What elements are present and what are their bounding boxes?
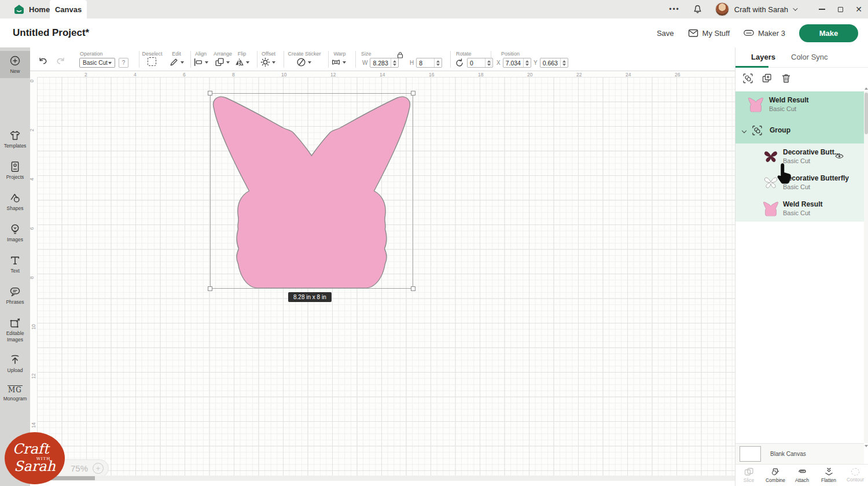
account-name[interactable]: Craft with Sarah xyxy=(734,5,788,14)
layer-row-weld-result-top[interactable]: Weld Result Basic Cut xyxy=(735,91,864,117)
sidebar-item-shapes[interactable]: Shapes xyxy=(0,192,30,212)
select-all-layers-icon[interactable] xyxy=(742,73,753,84)
shapes-icon xyxy=(9,192,21,204)
selection-bounding-box[interactable] xyxy=(210,93,413,289)
y-axis-label: Y xyxy=(534,60,538,66)
sidebar-item-upload[interactable]: Upload xyxy=(0,354,30,374)
create-sticker-button[interactable] xyxy=(296,57,311,67)
canvas-color-swatch[interactable] xyxy=(740,446,761,462)
sidebar-item-monogram[interactable]: MG Monogram xyxy=(0,385,30,402)
hand-cursor xyxy=(776,161,793,187)
layer-row-group[interactable]: Group xyxy=(735,117,864,143)
blank-canvas-row: Blank Canvas xyxy=(735,443,864,464)
home-icon xyxy=(14,4,24,14)
tab-layers[interactable]: Layers xyxy=(751,53,775,61)
sidebar-label-monogram: Monogram xyxy=(3,396,27,402)
y-stepper[interactable] xyxy=(560,58,568,67)
slice-button[interactable]: Slice xyxy=(735,465,762,486)
width-stepper[interactable] xyxy=(391,58,398,67)
sidebar-item-templates[interactable]: Templates xyxy=(0,130,30,149)
ruler-number: 26 xyxy=(675,72,680,78)
layer-row-decorative-butterfly-1[interactable]: Decorative Butt... Basic Cut xyxy=(735,143,864,170)
scroll-up-arrow-icon[interactable] xyxy=(865,87,868,90)
edit-button[interactable] xyxy=(169,57,184,67)
align-button[interactable] xyxy=(193,57,208,67)
height-input[interactable]: 8 xyxy=(416,58,442,68)
resize-handle-bottom-left[interactable] xyxy=(208,286,212,291)
width-input[interactable]: 8.283 xyxy=(370,58,398,68)
vertical-scroll-thumb[interactable] xyxy=(865,93,868,134)
attach-button[interactable]: Attach xyxy=(789,465,815,486)
zoom-level: 75% xyxy=(71,463,88,473)
machine-selector[interactable]: Maker 3 xyxy=(744,28,785,38)
sidebar-item-new[interactable]: New xyxy=(0,51,30,78)
rotate-icon[interactable] xyxy=(455,58,464,68)
ruler-number: 4 xyxy=(30,178,35,181)
images-icon xyxy=(9,223,21,235)
tab-color-sync[interactable]: Color Sync xyxy=(791,53,828,61)
x-position-input[interactable]: 7.034 xyxy=(503,58,531,68)
flip-button[interactable] xyxy=(234,57,249,67)
logo-line1: Craft xyxy=(13,443,49,456)
sidebar-item-phrases[interactable]: Phrases xyxy=(0,286,30,305)
active-tab-underline xyxy=(735,66,768,68)
rotate-input[interactable]: 0 xyxy=(467,58,493,68)
resize-handle-top-left[interactable] xyxy=(208,91,212,95)
layers-vertical-scrollbar[interactable] xyxy=(864,91,868,443)
flatten-button[interactable]: Flatten xyxy=(815,465,842,486)
minimize-icon xyxy=(819,9,825,10)
height-stepper[interactable] xyxy=(434,58,442,67)
account-chevron-down-icon[interactable] xyxy=(793,6,797,10)
ruler-number: 8 xyxy=(232,72,235,78)
tab-canvas[interactable]: Canvas xyxy=(50,0,87,19)
notifications-bell-icon[interactable] xyxy=(693,5,703,14)
redo-button[interactable] xyxy=(56,56,65,66)
delete-layer-icon[interactable] xyxy=(781,73,792,84)
make-button[interactable]: Make xyxy=(799,24,858,42)
offset-button[interactable] xyxy=(260,57,275,67)
x-stepper[interactable] xyxy=(523,58,531,67)
window-close-button[interactable]: ✕ xyxy=(849,0,868,19)
warp-button[interactable] xyxy=(331,57,346,67)
arrange-button[interactable] xyxy=(215,57,230,67)
machine-label: Maker 3 xyxy=(758,29,785,38)
scroll-down-arrow-icon[interactable] xyxy=(865,445,868,447)
layer-row-decorative-butterfly-2[interactable]: Decorative Butterfly Basic Cut xyxy=(735,170,864,196)
sidebar-item-editable-images[interactable]: Editable Images xyxy=(0,317,30,343)
deselect-button[interactable] xyxy=(148,57,156,66)
design-canvas[interactable]: 2468101214161820222426 02468101214 8.28 … xyxy=(30,71,735,481)
layer-row-weld-result-child[interactable]: Weld Result Basic Cut xyxy=(735,196,864,222)
user-avatar[interactable] xyxy=(715,2,729,16)
undo-button[interactable] xyxy=(38,56,48,66)
sidebar-item-projects[interactable]: Projects xyxy=(0,161,30,181)
window-minimize-button[interactable] xyxy=(812,0,831,19)
combine-icon xyxy=(771,467,781,476)
arrange-label: Arrange xyxy=(211,51,235,57)
visibility-eye-icon[interactable] xyxy=(835,153,844,160)
horizontal-scrollbar[interactable] xyxy=(30,476,735,481)
rotate-stepper[interactable] xyxy=(485,58,492,67)
group-expand-chevron-icon[interactable] xyxy=(742,128,746,132)
sidebar-label-shapes: Shapes xyxy=(7,205,24,212)
sidebar-item-text[interactable]: Text xyxy=(0,255,30,274)
flatten-icon xyxy=(824,467,834,476)
size-lock-icon[interactable] xyxy=(397,51,403,58)
slice-label: Slice xyxy=(744,477,754,483)
contour-button[interactable]: Contour xyxy=(842,465,868,486)
y-position-input[interactable]: 0.663 xyxy=(540,58,568,68)
ruler-number: 14 xyxy=(380,72,385,78)
more-menu-button[interactable]: ••• xyxy=(669,5,680,13)
save-button[interactable]: Save xyxy=(657,29,674,38)
sidebar-item-images[interactable]: Images xyxy=(0,223,30,243)
zoom-in-button[interactable]: + xyxy=(93,463,104,474)
home-tab-label: Home xyxy=(29,5,50,14)
resize-handle-top-right[interactable] xyxy=(411,91,415,95)
window-maximize-button[interactable] xyxy=(831,0,849,19)
operation-help-button[interactable]: ? xyxy=(119,58,128,68)
operation-dropdown[interactable]: Basic Cut xyxy=(79,58,115,68)
duplicate-layer-icon[interactable] xyxy=(762,73,773,84)
weld-result-thumbnail-2 xyxy=(763,201,778,216)
resize-handle-bottom-right[interactable] xyxy=(411,286,415,291)
combine-button[interactable]: Combine xyxy=(762,465,789,486)
my-stuff-button[interactable]: My Stuff xyxy=(688,28,730,38)
